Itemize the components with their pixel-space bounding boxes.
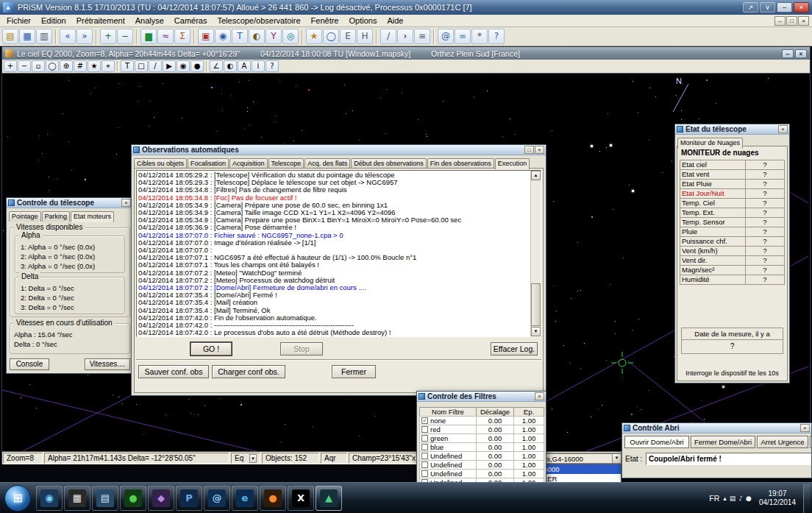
filter-checkbox[interactable] <box>421 453 428 459</box>
center-target-icon[interactable]: ⌖ <box>102 60 115 72</box>
telescope-tab-parking[interactable]: Parking <box>42 211 71 222</box>
taskbar-item-viewer[interactable]: ◉ <box>36 486 63 511</box>
constellations-icon[interactable]: ★ <box>88 60 101 72</box>
telescope-control-icon[interactable]: T <box>232 29 248 44</box>
sky-close-button[interactable]: × <box>795 49 807 58</box>
planetarium-icon[interactable]: ◯ <box>323 29 339 44</box>
fermer-dome-abri-button[interactable]: Fermer Dome/Abri <box>691 436 755 448</box>
zoom-in-icon[interactable]: + <box>100 29 116 44</box>
abri-window-titlebar[interactable]: Contrôle Abri × <box>622 423 811 434</box>
menu-item-analyse[interactable]: Analyse <box>130 15 169 26</box>
effacer-log-button[interactable]: Effacer Log. <box>491 342 538 355</box>
console-button[interactable]: Console <box>10 358 49 370</box>
dropdown-item-selected[interactable]: -16000 <box>535 464 621 474</box>
filter-checkbox[interactable] <box>421 426 428 433</box>
search-icon[interactable]: ? <box>266 60 279 72</box>
obs-log[interactable]: ▲ ▼ 04/12/2014 18:05:29.2 : [Telescope] … <box>136 170 541 337</box>
fermer-button[interactable]: Fermer <box>332 365 376 378</box>
charger-conf-obs-button[interactable]: Charger conf obs. <box>212 365 285 378</box>
camera-field-icon[interactable]: □ <box>135 60 148 72</box>
tray-volume-icon[interactable]: ♪ <box>738 495 743 502</box>
log-view-icon[interactable]: ≡ <box>414 29 430 44</box>
info-icon[interactable]: i <box>252 60 265 72</box>
obs-tab-cibles-ou-objets[interactable]: Cibles ou objets <box>134 158 187 169</box>
stop-button[interactable]: Stop <box>280 342 323 355</box>
taskbar-item-prism-triangle[interactable]: ▲ <box>316 486 342 511</box>
language-indicator[interactable]: FR <box>709 494 719 503</box>
menu-item-fen-tre[interactable]: Fenêtre <box>306 15 344 26</box>
console-icon[interactable]: › <box>397 29 413 44</box>
help-icon[interactable]: ? <box>488 29 505 44</box>
telescope-tab-etat-moteurs[interactable]: Etat moteurs <box>71 211 114 222</box>
telescope-window-titlebar[interactable]: Controle du télescope × <box>7 198 132 208</box>
network-icon[interactable]: ∞ <box>455 29 471 44</box>
menu-item-pr-traitement[interactable]: Prétraitement <box>71 15 130 26</box>
dome-control-icon[interactable]: ◐ <box>249 29 265 44</box>
filter-checkbox[interactable] <box>421 444 428 450</box>
sky-minimize-button[interactable]: – <box>782 49 794 58</box>
obs-tab-acquisition[interactable]: Acquisition <box>229 158 268 169</box>
focuser-icon[interactable]: ◎ <box>282 29 299 44</box>
angle-measure-icon[interactable]: ∠ <box>210 60 223 72</box>
tray-expand-icon[interactable]: ▴ <box>723 495 727 502</box>
filtres-window-titlebar[interactable]: Controle des Filtres × <box>417 392 546 402</box>
save-image-icon[interactable]: ▦ <box>19 29 35 44</box>
sauver-conf-obs-button[interactable]: Sauver conf. obs <box>138 365 209 378</box>
scroll-down-icon[interactable]: ▼ <box>531 327 541 336</box>
clock-sync-icon[interactable]: H <box>357 29 373 44</box>
minimize-button[interactable]: – <box>777 2 792 13</box>
sky-chart-icon[interactable]: ★ <box>306 29 322 44</box>
telescope-goto-icon[interactable]: T <box>121 60 134 72</box>
settings-icon[interactable]: * <box>471 29 488 44</box>
etat-close-button[interactable]: × <box>778 125 788 133</box>
mdi-restore-button[interactable]: □ <box>786 16 797 26</box>
filtres-close-button[interactable]: × <box>535 392 544 400</box>
play-time-icon[interactable]: ▶ <box>163 60 176 72</box>
obs-tab-focalisation[interactable]: Focalisation <box>188 158 229 169</box>
tray-keyboard-icon[interactable]: ▤ <box>730 495 736 502</box>
zoom-out-icon[interactable]: − <box>18 60 31 72</box>
labels-icon[interactable]: A <box>238 60 251 72</box>
show-desktop-button[interactable] <box>803 484 811 513</box>
undo-icon[interactable]: « <box>60 29 76 44</box>
close-button[interactable]: × <box>794 2 809 13</box>
night-mode-icon[interactable]: ◐ <box>224 60 237 72</box>
obs-restore-button[interactable]: □ <box>524 146 534 154</box>
camera-acquisition-icon[interactable]: ▣ <box>198 29 214 44</box>
taskbar-item-firefox[interactable]: ● <box>260 486 286 511</box>
scroll-up-icon[interactable]: ▲ <box>531 171 541 180</box>
menu-item-options[interactable]: Options <box>344 15 382 26</box>
filter-checkbox[interactable] <box>421 435 428 442</box>
filter-checkbox[interactable] <box>421 470 428 477</box>
obs-tab-fin-des-observations[interactable]: Fin des observations <box>427 158 494 169</box>
menu-item-telescope-observatoire[interactable]: Telescope/observatoire <box>212 15 305 26</box>
obs-tab-telescope[interactable]: Telescope <box>268 158 304 169</box>
equatorial-grid-icon[interactable]: # <box>74 60 87 72</box>
obs-close-button[interactable]: × <box>535 146 544 154</box>
filter-checkbox[interactable]: ✓ <box>421 417 428 424</box>
scrollbar-thumb[interactable] <box>531 283 541 326</box>
histogram-icon[interactable]: ▆ <box>140 29 157 44</box>
etat-window-titlebar[interactable]: Etat du télescope × <box>675 124 789 135</box>
globe-icon[interactable]: ⊕ <box>60 60 73 72</box>
statistics-icon[interactable]: Σ <box>174 29 190 44</box>
menu-item-edition[interactable]: Edition <box>36 15 71 26</box>
taskbar-item-prism-p[interactable]: P <box>176 486 202 511</box>
chevron-down-icon[interactable]: ∨ <box>760 2 775 13</box>
taskbar-item-notepad[interactable]: ▤ <box>92 486 118 511</box>
abri-close-button[interactable]: × <box>800 424 810 432</box>
redo-icon[interactable]: » <box>76 29 93 44</box>
zoom-in-icon[interactable]: + <box>4 60 17 72</box>
expand-arrows-icon[interactable]: ↗ <box>743 2 758 13</box>
filter-wheel-icon[interactable]: Y <box>266 29 282 44</box>
visibility-icon[interactable]: ◉ <box>177 60 190 72</box>
mail-icon[interactable]: @ <box>438 29 454 44</box>
obs-log-scrollbar[interactable]: ▲ ▼ <box>530 171 541 336</box>
mdi-minimize-button[interactable]: – <box>774 16 786 26</box>
tray-network-icon[interactable]: ● <box>746 495 752 502</box>
ephemeris-icon[interactable]: E <box>340 29 356 44</box>
status-segment-projection[interactable]: Eq▼ <box>231 453 260 464</box>
main-titlebar[interactable]: ▲ PRiSM Version 8.1.5 17/10/2013 (TU : 0… <box>0 0 812 15</box>
obs-tab-execution[interactable]: Execution <box>495 158 530 169</box>
open-image-icon[interactable]: ▤ <box>2 29 18 44</box>
